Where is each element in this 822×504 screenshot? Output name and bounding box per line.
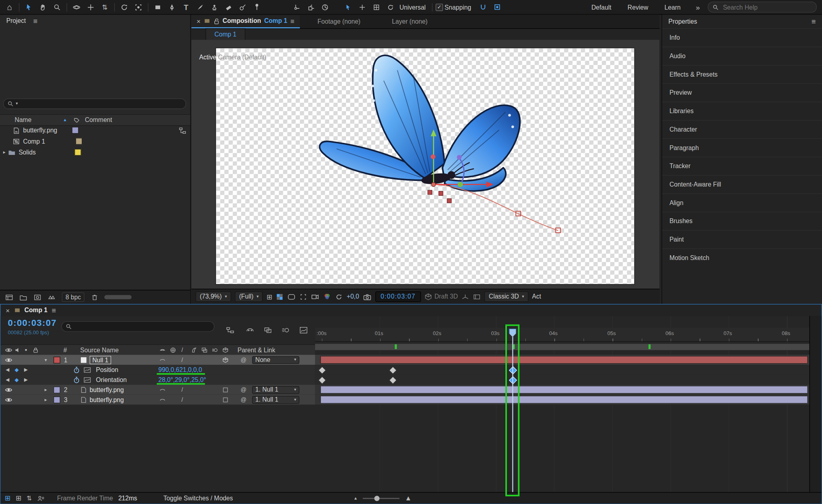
- timeline-search-box[interactable]: [61, 321, 214, 332]
- keyframe-position[interactable]: [318, 366, 326, 374]
- work-area-bar[interactable]: [315, 343, 810, 351]
- delete-icon[interactable]: [91, 293, 98, 301]
- snap-3d-icon[interactable]: [491, 1, 503, 13]
- visibility-eye-icon[interactable]: [5, 387, 13, 392]
- tab-layer[interactable]: Layer (none): [387, 15, 433, 28]
- layer-name[interactable]: butterfly.png: [90, 386, 124, 393]
- workspace-learn-button[interactable]: Learn: [657, 3, 688, 10]
- shy-layers-icon[interactable]: [246, 327, 254, 334]
- search-help-box[interactable]: [708, 2, 817, 12]
- project-item-butterfly[interactable]: butterfly.png: [0, 125, 190, 136]
- search-options-caret-icon[interactable]: ▾: [16, 102, 18, 106]
- property-graph-icon[interactable]: [83, 367, 92, 373]
- av-features-icon[interactable]: [37, 495, 45, 502]
- property-graph-icon[interactable]: [83, 376, 92, 383]
- column-parent-link[interactable]: Parent & Link: [238, 346, 275, 354]
- column-source-name[interactable]: Source Name: [80, 346, 119, 354]
- parent-dropdown[interactable]: None ▾: [252, 356, 299, 364]
- graph-editor-icon[interactable]: [299, 327, 308, 334]
- camera-wireframe-icon[interactable]: [311, 293, 319, 301]
- collapse-transform-switch[interactable]: [222, 396, 229, 403]
- rectangle-tool-icon[interactable]: [151, 1, 164, 13]
- layer-row-butterfly-3[interactable]: ▸ 3 butterfly.png / @ 1. Null 1 ▾: [0, 395, 315, 405]
- orbit-camera-tool-icon[interactable]: [70, 1, 83, 13]
- project-settings-icon[interactable]: [48, 294, 56, 301]
- layer-label-swatch[interactable]: [53, 386, 60, 393]
- parent-pickwhip-icon[interactable]: @: [241, 357, 247, 362]
- collapse-transform-switch[interactable]: [222, 386, 229, 393]
- layer-row-null1[interactable]: ▾ 1 Null 1 / @ None ▾: [0, 355, 315, 365]
- layer-bar-null1[interactable]: [320, 356, 808, 364]
- layer-name[interactable]: butterfly.png: [90, 396, 124, 403]
- renderer-dropdown[interactable]: Classic 3D ▾: [484, 291, 528, 302]
- shy-switch[interactable]: [159, 357, 166, 363]
- layer-label-swatch[interactable]: [53, 356, 60, 363]
- grid-options-icon[interactable]: ⊞: [267, 293, 272, 300]
- frame-blending-icon[interactable]: [264, 327, 272, 334]
- twirl-closed-icon[interactable]: ▸: [45, 397, 47, 402]
- project-search-input[interactable]: [20, 100, 182, 108]
- gizmo-select-icon[interactable]: [342, 1, 354, 13]
- expand-transfer-icon[interactable]: ⇅: [26, 495, 32, 502]
- render-queue-icon[interactable]: ⊞: [16, 495, 21, 502]
- more-workspaces-button[interactable]: »: [690, 3, 706, 10]
- layer-name[interactable]: Null 1: [90, 356, 111, 364]
- keyframe-orientation[interactable]: [318, 376, 326, 384]
- property-name[interactable]: Orientation: [96, 376, 127, 383]
- timeline-track-area[interactable]: :00s 01s 02s 03s 04s 05s 06s 07s 08s: [315, 316, 810, 492]
- local-axis-mode-icon[interactable]: [291, 1, 303, 13]
- sort-ascending-icon[interactable]: ▲: [63, 118, 67, 122]
- pen-tool-icon[interactable]: [166, 1, 178, 13]
- visibility-eye-icon[interactable]: [5, 357, 13, 362]
- hand-tool-icon[interactable]: [37, 1, 49, 13]
- exposure-value[interactable]: +0,0: [347, 293, 359, 300]
- snapshot-camera-icon[interactable]: [363, 293, 372, 301]
- label-column-icon[interactable]: [73, 117, 80, 123]
- brush-tool-icon[interactable]: [194, 1, 206, 13]
- zoom-tool-icon[interactable]: [51, 1, 63, 13]
- view-axis-mode-icon[interactable]: [319, 1, 331, 13]
- ground-plane-icon[interactable]: [462, 293, 470, 301]
- quality-switch[interactable]: /: [181, 357, 183, 362]
- expand-composition-icon[interactable]: ⊞: [5, 495, 10, 502]
- current-timecode[interactable]: 0:00:03:07: [8, 318, 57, 329]
- dolly-camera-tool-icon[interactable]: ⇅: [99, 1, 111, 13]
- panel-menu-icon[interactable]: ≡: [52, 307, 56, 314]
- draft-3d-toggle[interactable]: Draft 3D: [425, 293, 458, 300]
- panel-menu-icon[interactable]: ≡: [812, 18, 816, 25]
- tab-footage[interactable]: Footage (none): [312, 15, 366, 28]
- layer-row-butterfly-2[interactable]: ▸ 2 butterfly.png / @ 1. Null 1 ▾: [0, 385, 315, 395]
- zoom-slider-handle[interactable]: [374, 496, 380, 501]
- puppet-pin-tool-icon[interactable]: [250, 1, 263, 13]
- reset-exposure-icon[interactable]: [335, 293, 343, 301]
- track-row-null1[interactable]: [315, 355, 810, 365]
- extended-viewer-icon[interactable]: [473, 293, 481, 301]
- workspace-review-button[interactable]: Review: [620, 3, 655, 10]
- property-name[interactable]: Position: [96, 366, 118, 373]
- mini-flowchart-icon[interactable]: [226, 327, 234, 334]
- preview-timecode[interactable]: 0:00:03:07: [375, 291, 421, 302]
- parent-dropdown[interactable]: 1. Null 1 ▾: [252, 386, 299, 394]
- label-swatch[interactable]: [72, 127, 79, 134]
- zoom-out-mountain-icon[interactable]: ▲: [354, 496, 358, 500]
- interpret-footage-icon[interactable]: [5, 294, 13, 301]
- gizmo-move-icon[interactable]: [356, 1, 368, 13]
- workspace-default-button[interactable]: Default: [584, 3, 619, 10]
- eraser-tool-icon[interactable]: [222, 1, 235, 13]
- snap-features-icon[interactable]: [477, 1, 489, 13]
- roto-brush-tool-icon[interactable]: [236, 1, 249, 13]
- stopwatch-icon[interactable]: [73, 366, 80, 374]
- panel-tab-preview[interactable]: Preview: [662, 83, 822, 102]
- project-item-comp1[interactable]: Comp 1: [0, 136, 190, 146]
- track-position[interactable]: [315, 365, 810, 375]
- track-row-butterfly-3[interactable]: [315, 395, 810, 405]
- lock-open-icon[interactable]: [213, 18, 220, 24]
- layer-label-swatch[interactable]: [53, 396, 60, 403]
- camera-region-tool-icon[interactable]: [132, 1, 144, 13]
- project-search-box[interactable]: ▾: [3, 99, 186, 109]
- next-keyframe-icon[interactable]: ▶: [24, 368, 28, 372]
- track-orientation[interactable]: [315, 375, 810, 385]
- add-keyframe-icon[interactable]: ◆: [15, 367, 19, 372]
- selection-tool-icon[interactable]: [22, 1, 35, 13]
- panel-tab-paragraph[interactable]: Paragraph: [662, 138, 822, 157]
